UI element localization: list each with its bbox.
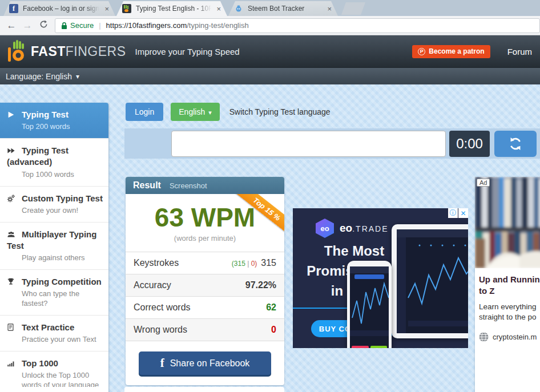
keystrokes-total: 315 xyxy=(261,258,276,268)
wrong-words-value: 0 xyxy=(271,325,276,335)
url-path: /typing-test/english xyxy=(187,21,248,30)
ad-info-icon[interactable]: ⓘ xyxy=(448,208,458,218)
trophy-icon xyxy=(7,277,17,286)
site-tagline: Improve your Typing Speed xyxy=(135,47,413,56)
wpm-caption: (words per minute) xyxy=(126,234,284,243)
keystrokes-row: Keystrokes (315 | 0)315 xyxy=(126,252,284,274)
tab-screenshot[interactable]: Screenshot xyxy=(170,181,207,190)
close-icon[interactable]: × xyxy=(103,5,111,13)
forum-link[interactable]: Forum xyxy=(507,47,532,56)
reload-icon[interactable] xyxy=(35,20,51,31)
address-bar[interactable]: Secure | https://10fastfingers.com/typin… xyxy=(55,18,540,33)
logo-text-fast: FAST xyxy=(31,44,66,59)
facebook-icon: f xyxy=(160,356,164,370)
sidebar-item-typing-test-advanced[interactable]: Typing Test (advanced) Top 1000 words xyxy=(0,138,108,185)
sidebar-item-subtitle: Create your own! xyxy=(7,206,103,216)
robot-icon xyxy=(235,5,243,13)
tab-result[interactable]: Result xyxy=(133,180,161,191)
globe-icon xyxy=(479,332,489,342)
sidebar-item-title: Text Practice xyxy=(22,322,74,332)
refresh-icon xyxy=(508,136,523,151)
gears-icon xyxy=(7,194,17,203)
reset-test-button[interactable] xyxy=(494,131,537,157)
sidebar-item-title: Custom Typing Test xyxy=(22,193,103,203)
sidebar-item-typing-test[interactable]: Typing Test Top 200 words xyxy=(0,103,108,138)
language-bar[interactable]: Language: English ▾ xyxy=(0,67,540,84)
eo-trade-logo: eo xyxy=(316,219,334,238)
page-background: Typing Test Top 200 words Typing Test (a… xyxy=(0,84,540,392)
patron-label: Become a patron xyxy=(429,47,484,55)
correct-words-value: 62 xyxy=(266,302,276,313)
sidebar-item-subtitle: Top 1000 words xyxy=(7,170,103,180)
sidebar-item-title: Typing Competition xyxy=(22,277,102,286)
phone-mockup xyxy=(347,261,392,348)
10fastfingers-favicon xyxy=(122,4,131,13)
facebook-favicon: f xyxy=(9,4,18,13)
fast-forward-icon xyxy=(7,146,17,155)
sidebar-item-multiplayer-typing-test[interactable]: Multiplayer Typing Test Play against oth… xyxy=(0,222,108,269)
tab-steem-bot-tracker[interactable]: Steem Bot Tracker × xyxy=(228,1,338,16)
sell-button-mock xyxy=(352,346,369,348)
wpm-section: Top 15 % 63 WPM (words per minute) xyxy=(126,194,284,252)
sidebar-item-title: Multiplayer Typing Test xyxy=(7,229,96,250)
hand-logo-icon xyxy=(6,39,30,63)
document-icon xyxy=(7,323,17,332)
keystrokes-correct: (315 xyxy=(232,260,245,268)
caret-down-icon: ▾ xyxy=(208,109,212,116)
close-icon[interactable]: × xyxy=(325,5,333,13)
url-domain: https://10fastfingers.com xyxy=(106,21,187,30)
ad-brand-suffix: .TRADE xyxy=(352,224,388,233)
back-icon[interactable]: ← xyxy=(3,20,19,31)
language-dropdown-button[interactable]: English▾ xyxy=(171,103,219,121)
tablet-mockup xyxy=(392,224,468,338)
tab-title: Facebook – log in or sign xyxy=(23,5,99,13)
sidebar-item-title: Typing Test xyxy=(22,110,68,119)
sidebar-item-text-practice[interactable]: Text Practice Practice your own Text xyxy=(0,315,108,351)
sidebar-item-custom-typing-test[interactable]: Custom Typing Test Create your own! xyxy=(0,186,108,222)
center-ad-banner[interactable]: ⓘ ✕ eo eo.TRADE The Most Promising ICO i… xyxy=(293,208,468,348)
accuracy-value: 97.22% xyxy=(245,280,276,290)
next-card-edge-main xyxy=(124,387,284,392)
new-tab-button[interactable] xyxy=(341,2,365,15)
next-card-edge-left xyxy=(0,387,108,392)
tab-typing-test[interactable]: Typing Test English - 10F × xyxy=(116,1,227,16)
right-ad[interactable]: Ad xyxy=(475,177,540,392)
ad-badge: Ad xyxy=(477,179,490,187)
forward-icon[interactable]: → xyxy=(19,20,35,31)
tab-facebook[interactable]: f Facebook – log in or sign × xyxy=(3,1,115,16)
site-logo[interactable]: FASTFINGERS xyxy=(6,39,126,63)
tab-title: Typing Test English - 10F xyxy=(136,5,211,13)
result-card-header: Result Screenshot xyxy=(126,177,284,194)
login-button[interactable]: Login xyxy=(126,103,163,121)
sidebar-item-subtitle: Practice your own Text xyxy=(7,335,103,345)
ad-headline[interactable]: Up and Running w to Z xyxy=(475,268,540,297)
typing-test-bar: 0:00 xyxy=(124,128,540,159)
ad-close-icon[interactable]: ✕ xyxy=(458,208,468,218)
language-label: Language: English xyxy=(6,72,72,81)
typing-input[interactable] xyxy=(171,131,446,157)
ad-brand: eo xyxy=(340,222,352,234)
secure-label: Secure xyxy=(70,21,94,30)
become-a-patron-button[interactable]: P Become a patron xyxy=(412,45,490,58)
tab-title: Steem Bot Tracker xyxy=(248,5,322,13)
play-icon xyxy=(7,110,17,119)
sidebar-item-top-1000[interactable]: Top 1000 Unlock the Top 1000 words of yo… xyxy=(0,351,108,392)
accuracy-label: Accuracy xyxy=(134,280,171,290)
steem-favicon xyxy=(234,4,243,13)
switch-language-hint: Switch Typing Test language xyxy=(229,107,331,116)
close-icon[interactable]: × xyxy=(215,5,223,13)
browser-tab-bar: f Facebook – log in or sign × Typing Tes… xyxy=(0,0,540,16)
bar-chart-icon xyxy=(7,359,17,368)
sidebar: Typing Test Top 200 words Typing Test (a… xyxy=(0,103,108,392)
browser-toolbar: ← → Secure | https://10fastfingers.com/t… xyxy=(0,16,540,35)
share-on-facebook-button[interactable]: f Share on Facebook xyxy=(139,351,271,375)
lock-icon xyxy=(61,22,67,30)
sidebar-item-subtitle: Top 200 words xyxy=(7,122,103,132)
timer-display: 0:00 xyxy=(449,131,490,157)
sidebar-item-subtitle: Play against others xyxy=(7,253,103,263)
buy-button-mock xyxy=(370,346,388,348)
wrong-words-row: Wrong words 0 xyxy=(126,318,284,341)
share-label: Share on Facebook xyxy=(170,358,250,369)
wrong-words-label: Wrong words xyxy=(134,325,187,335)
sidebar-item-typing-competition[interactable]: Typing Competition Who can type the fast… xyxy=(0,269,108,315)
